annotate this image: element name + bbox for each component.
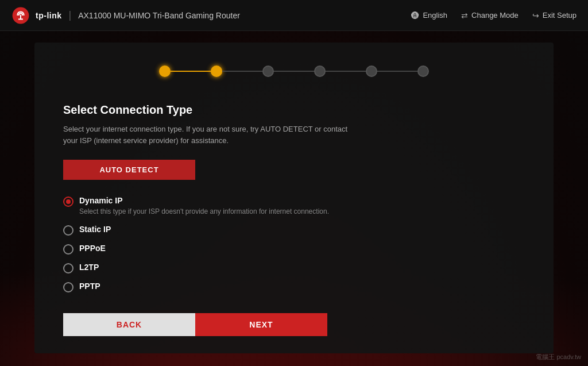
radio-label-dynamic-ip: Dynamic IP: [79, 196, 329, 205]
page-description: Select your internet connection type. If…: [63, 124, 350, 146]
brand-name: tp-link: [36, 11, 62, 20]
step-1: [159, 66, 171, 77]
page-content: Select Connection Type Select your inter…: [57, 103, 531, 336]
radio-label-pppoe: PPPoE: [79, 244, 106, 253]
radio-pptp[interactable]: PPTP: [63, 282, 525, 292]
radio-content-l2tp: L2TP: [79, 263, 99, 272]
step-line-3: [274, 71, 314, 72]
radio-static-ip[interactable]: Static IP: [63, 225, 525, 236]
step-dot-2: [211, 66, 222, 77]
radio-label-l2tp: L2TP: [79, 263, 99, 272]
radio-desc-dynamic-ip: Select this type if your ISP doesn't pro…: [79, 207, 329, 217]
step-dot-4: [314, 66, 326, 77]
radio-pppoe[interactable]: PPPoE: [63, 244, 525, 255]
step-line-5: [377, 71, 417, 72]
step-5: [366, 66, 377, 77]
header-divider: |: [69, 9, 72, 21]
radio-content-pptp: PPTP: [79, 282, 100, 291]
change-mode-label: Change Mode: [471, 11, 519, 20]
language-icon: 🅐: [411, 11, 419, 20]
exit-setup-button[interactable]: ↪ Exit Setup: [532, 11, 577, 20]
page-title: Select Connection Type: [63, 103, 525, 117]
next-button[interactable]: NEXT: [195, 313, 327, 336]
step-2: [211, 66, 222, 77]
progress-stepper: [57, 60, 531, 83]
connection-type-group: Dynamic IP Select this type if your ISP …: [63, 196, 525, 292]
watermark: 電腦王 pcadv.tw: [536, 353, 581, 361]
radio-circle-pppoe: [63, 244, 74, 255]
step-line-2: [222, 71, 262, 72]
tplink-logo-icon: [11, 6, 30, 25]
step-6: [417, 66, 429, 77]
step-dot-6: [417, 66, 429, 77]
radio-inner-dynamic-ip: [66, 199, 71, 204]
back-button[interactable]: BACK: [63, 313, 195, 336]
exit-icon: ↪: [532, 11, 539, 20]
change-mode-button[interactable]: ⇄ Change Mode: [461, 11, 519, 20]
radio-label-pptp: PPTP: [79, 282, 100, 291]
main-panel: Select Connection Type Select your inter…: [34, 43, 554, 353]
logo-area: tp-link: [11, 6, 62, 25]
radio-dynamic-ip[interactable]: Dynamic IP Select this type if your ISP …: [63, 196, 525, 217]
step-3: [262, 66, 274, 77]
change-mode-icon: ⇄: [461, 11, 468, 20]
header-navigation: 🅐 English ⇄ Change Mode ↪ Exit Setup: [411, 11, 577, 20]
step-dot-3: [262, 66, 274, 77]
radio-content-dynamic-ip: Dynamic IP Select this type if your ISP …: [79, 196, 329, 217]
language-label: English: [423, 11, 447, 20]
radio-l2tp[interactable]: L2TP: [63, 263, 525, 273]
step-line-1: [171, 71, 211, 72]
radio-label-static-ip: Static IP: [79, 225, 111, 234]
exit-setup-label: Exit Setup: [543, 11, 577, 20]
radio-circle-l2tp: [63, 263, 74, 273]
radio-circle-dynamic-ip: [63, 197, 74, 207]
step-4: [314, 66, 326, 77]
step-line-4: [326, 71, 366, 72]
step-dot-1: [159, 66, 171, 77]
radio-circle-static-ip: [63, 225, 74, 236]
router-model-title: AX11000 MU-MIMO Tri-Band Gaming Router: [78, 11, 240, 20]
auto-detect-button[interactable]: AUTO DETECT: [63, 160, 195, 180]
radio-circle-pptp: [63, 282, 74, 292]
header: tp-link | AX11000 MU-MIMO Tri-Band Gamin…: [0, 0, 588, 31]
step-dot-5: [366, 66, 377, 77]
form-actions: BACK NEXT: [63, 313, 327, 336]
radio-content-pppoe: PPPoE: [79, 244, 106, 253]
radio-content-static-ip: Static IP: [79, 225, 111, 234]
language-selector[interactable]: 🅐 English: [411, 11, 447, 20]
